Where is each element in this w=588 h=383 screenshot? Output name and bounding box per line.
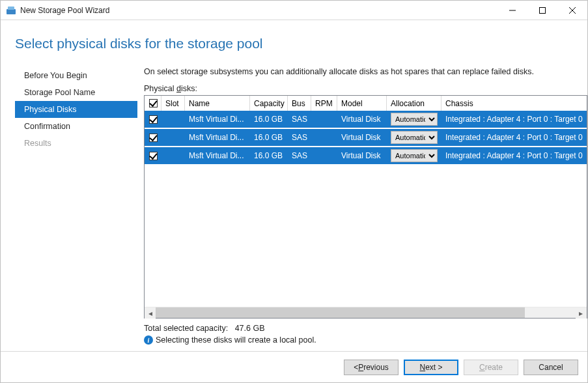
table-label: Physical disks: — [144, 84, 587, 93]
cell-chassis: Integrated : Adapter 4 : Port 0 : Target… — [441, 111, 587, 128]
physical-disks-table: Slot Name Capacity Bus RPM Model Allocat… — [144, 95, 587, 319]
cell-model: Virtual Disk — [337, 129, 387, 146]
cell-bus: SAS — [288, 111, 311, 128]
cell-capacity: 16.0 GB — [250, 111, 288, 128]
step-confirmation[interactable]: Confirmation — [15, 118, 137, 135]
cell-rpm — [311, 111, 337, 128]
cell-name: Msft Virtual Di... — [185, 111, 250, 128]
header-slot[interactable]: Slot — [161, 96, 185, 111]
scroll-left-icon[interactable]: ◂ — [145, 307, 156, 319]
cell-capacity: 16.0 GB — [250, 147, 288, 164]
table-header: Slot Name Capacity Bus RPM Model Allocat… — [145, 96, 587, 111]
app-icon — [6, 5, 16, 16]
row-checkbox[interactable] — [149, 115, 158, 124]
cell-rpm — [311, 129, 337, 146]
select-all-checkbox[interactable] — [149, 99, 158, 107]
step-storage-pool-name[interactable]: Storage Pool Name — [15, 84, 137, 101]
table-body: Msft Virtual Di... 16.0 GB SAS Virtual D… — [145, 111, 587, 307]
table-row[interactable]: Msft Virtual Di... 16.0 GB SAS Virtual D… — [145, 111, 587, 129]
body: Before You Begin Storage Pool Name Physi… — [15, 67, 573, 345]
svg-rect-0 — [7, 9, 16, 14]
scroll-right-icon[interactable]: ▸ — [576, 307, 587, 319]
main-panel: On select storage subsystems you can add… — [137, 67, 587, 345]
header-allocation[interactable]: Allocation — [387, 96, 441, 111]
header-rpm[interactable]: RPM — [311, 96, 337, 111]
cell-slot — [161, 129, 185, 146]
cell-model: Virtual Disk — [337, 111, 387, 128]
cell-name: Msft Virtual Di... — [185, 129, 250, 146]
footer: < Previous Next > Create Cancel — [1, 351, 587, 382]
instruction-text: On select storage subsystems you can add… — [144, 67, 587, 76]
content-area: Select physical disks for the storage po… — [1, 20, 587, 345]
header-chassis[interactable]: Chassis — [441, 96, 587, 111]
allocation-dropdown[interactable]: Automatic — [391, 113, 438, 126]
create-button: Create — [464, 360, 518, 375]
row-checkbox[interactable] — [149, 152, 158, 160]
cell-model: Virtual Disk — [337, 147, 387, 164]
svg-rect-3 — [540, 7, 546, 13]
horizontal-scrollbar[interactable]: ◂ ▸ — [145, 307, 587, 318]
header-bus[interactable]: Bus — [288, 96, 311, 111]
allocation-dropdown[interactable]: Automatic — [391, 149, 438, 162]
cell-capacity: 16.0 GB — [250, 129, 288, 146]
page-title: Select physical disks for the storage po… — [15, 36, 573, 51]
total-capacity: Total selected capacity: 47.6 GB — [144, 324, 587, 333]
scroll-thumb[interactable] — [156, 307, 525, 318]
previous-button[interactable]: < Previous — [344, 360, 399, 375]
info-icon: i — [144, 335, 153, 345]
wizard-window: New Storage Pool Wizard Select physical … — [0, 0, 588, 383]
cell-slot — [161, 111, 185, 128]
cell-rpm — [311, 147, 337, 164]
header-name[interactable]: Name — [185, 96, 250, 111]
next-button[interactable]: Next > — [404, 360, 458, 375]
scroll-track[interactable] — [156, 307, 576, 318]
table-row[interactable]: Msft Virtual Di... 16.0 GB SAS Virtual D… — [145, 129, 587, 147]
maximize-button[interactable] — [527, 1, 557, 20]
allocation-dropdown[interactable]: Automatic — [391, 131, 438, 144]
window-title: New Storage Pool Wizard — [20, 6, 109, 15]
cancel-button[interactable]: Cancel — [524, 360, 578, 375]
close-button[interactable] — [557, 1, 587, 20]
header-select-all[interactable] — [145, 96, 161, 111]
cell-name: Msft Virtual Di... — [185, 147, 250, 164]
cell-chassis: Integrated : Adapter 4 : Port 0 : Target… — [441, 147, 587, 164]
header-model[interactable]: Model — [337, 96, 387, 111]
svg-rect-1 — [8, 7, 14, 10]
step-before-you-begin[interactable]: Before You Begin — [15, 67, 137, 84]
info-message: i Selecting these disks will create a lo… — [144, 335, 587, 345]
cell-chassis: Integrated : Adapter 4 : Port 0 : Target… — [441, 129, 587, 146]
cell-bus: SAS — [288, 147, 311, 164]
step-results: Results — [15, 135, 137, 152]
cell-slot — [161, 147, 185, 164]
minimize-button[interactable] — [497, 1, 527, 20]
header-capacity[interactable]: Capacity — [250, 96, 288, 111]
titlebar: New Storage Pool Wizard — [1, 1, 587, 20]
cell-bus: SAS — [288, 129, 311, 146]
table-row[interactable]: Msft Virtual Di... 16.0 GB SAS Virtual D… — [145, 147, 587, 165]
wizard-steps: Before You Begin Storage Pool Name Physi… — [15, 67, 137, 345]
step-physical-disks[interactable]: Physical Disks — [15, 101, 137, 118]
row-checkbox[interactable] — [149, 134, 158, 142]
